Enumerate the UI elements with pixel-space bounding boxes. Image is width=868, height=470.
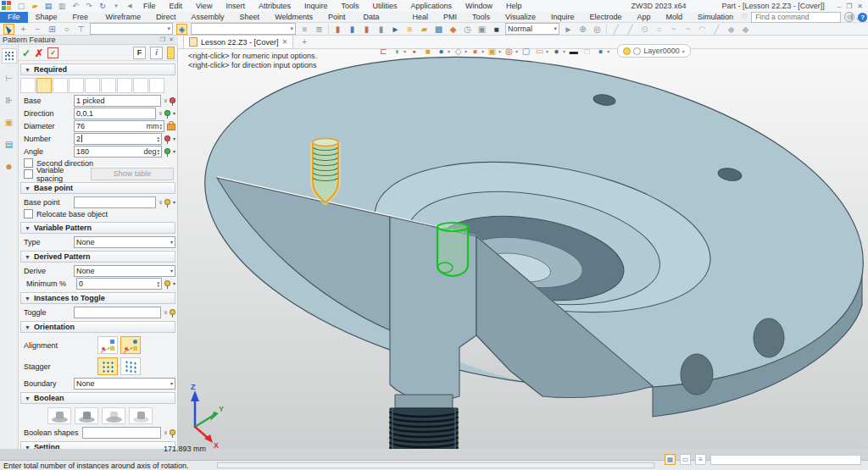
add-circle-icon[interactable]: ⊕ bbox=[577, 24, 588, 35]
apply-button[interactable]: ✓ bbox=[47, 47, 58, 58]
section-base-point[interactable]: ▼Base point bbox=[20, 182, 175, 194]
boolean-remove-icon[interactable] bbox=[102, 407, 125, 424]
multi-select-icon[interactable]: » bbox=[157, 200, 164, 203]
ribbon-tab-visualize[interactable]: Visualize bbox=[498, 12, 543, 23]
input-state-icon[interactable] bbox=[164, 135, 170, 141]
tab-close-icon[interactable]: ✕ bbox=[282, 38, 288, 46]
visual-manager-icon[interactable]: ▤ bbox=[2, 136, 17, 152]
assembly-nodes-icon[interactable]: ⊪ bbox=[2, 92, 17, 108]
variable-spacing-checkbox[interactable] bbox=[24, 169, 33, 179]
angle-spinner[interactable]: ▴▾ bbox=[157, 148, 159, 155]
regen-icon[interactable]: ↻ bbox=[97, 1, 108, 11]
stagger-on-icon[interactable] bbox=[120, 357, 141, 375]
base-input[interactable]: 1 picked bbox=[74, 95, 161, 107]
section-required[interactable]: ▼Required bbox=[20, 64, 175, 75]
pick-filter-icon[interactable]: ◈ bbox=[176, 24, 187, 35]
ribbon-tab-assembly[interactable]: Assembly bbox=[184, 12, 232, 23]
history-tree-icon[interactable]: ⊢ bbox=[2, 70, 17, 86]
ribbon-tab-data-exchange[interactable]: Data Exchange bbox=[356, 12, 405, 23]
pattern-wrap-icon[interactable] bbox=[117, 78, 132, 93]
monitor-icon[interactable]: ▭ bbox=[680, 454, 691, 465]
sketch-curve-icon[interactable]: ~ bbox=[682, 24, 693, 35]
constraint-pin-icon-3[interactable]: ▮ bbox=[361, 24, 372, 35]
ribbon-tab-sheet-metal[interactable]: Sheet Metal bbox=[232, 12, 268, 23]
layer-selector[interactable]: Layer0000 ▾ bbox=[617, 44, 691, 58]
sketch-circle-icon[interactable]: ○ bbox=[654, 24, 665, 35]
exit-sketch-icon[interactable]: ⊏ bbox=[378, 46, 389, 57]
section-orientation[interactable]: ▼Orientation bbox=[20, 321, 175, 333]
ribbon-tab-mold[interactable]: Mold bbox=[659, 12, 691, 23]
ribbon-tab-point-cloud[interactable]: Point Cloud bbox=[320, 12, 356, 23]
stagger-off-icon[interactable] bbox=[97, 357, 118, 375]
sketch-line-icon[interactable]: ╱ bbox=[610, 24, 621, 35]
menu-inquire[interactable]: Inquire bbox=[298, 0, 334, 12]
menu-help[interactable]: Help bbox=[500, 0, 528, 12]
input-state-icon[interactable] bbox=[164, 199, 170, 205]
save-icon[interactable]: ▤ bbox=[42, 1, 54, 11]
section-view-icon[interactable]: ▭▾ bbox=[534, 46, 548, 57]
wireframe-mode-icon[interactable]: ◇▾ bbox=[453, 46, 467, 57]
ribbon-tab-heal[interactable]: Heal bbox=[405, 12, 437, 23]
derive-select[interactable]: None ▾ bbox=[74, 265, 175, 277]
image-icon[interactable]: ▩ bbox=[433, 24, 444, 35]
open-folder-icon[interactable]: ▰ bbox=[29, 1, 41, 11]
point-display-icon[interactable]: ● bbox=[409, 46, 420, 57]
section-variable-pattern[interactable]: ▼Variable Pattern bbox=[20, 222, 175, 234]
new-tab-button[interactable]: + bbox=[302, 37, 307, 48]
image-capture-icon[interactable]: ▣▾ bbox=[487, 46, 501, 57]
multi-select-icon[interactable]: » bbox=[162, 430, 169, 434]
input-state-icon[interactable] bbox=[170, 429, 175, 435]
minimum-input[interactable]: 0 ▴▾ bbox=[76, 278, 162, 290]
toggle-input[interactable] bbox=[74, 307, 161, 318]
remove-entity-icon[interactable]: − bbox=[32, 24, 43, 35]
dropdown-icon[interactable]: ▾ bbox=[173, 135, 175, 141]
section-setting[interactable]: ▼Setting bbox=[20, 441, 175, 449]
base-point-input[interactable] bbox=[74, 196, 156, 208]
menu-attributes[interactable]: Attributes bbox=[253, 0, 297, 12]
show-table-button[interactable]: Show table bbox=[91, 168, 174, 180]
undo-icon[interactable]: ↶ bbox=[70, 1, 81, 11]
cancel-button[interactable]: ✗ bbox=[35, 47, 43, 59]
pattern-polygon-icon[interactable] bbox=[53, 78, 68, 93]
ribbon-tab-weldments[interactable]: Weldments bbox=[267, 12, 320, 23]
style-combo[interactable]: Normal▾ bbox=[505, 23, 559, 35]
field-mode-button[interactable]: F bbox=[133, 47, 146, 59]
entity-filter-combo[interactable]: ▾ bbox=[191, 23, 296, 35]
multi-select-icon[interactable]: » bbox=[157, 111, 164, 114]
ellipse-tool-icon[interactable]: ○ bbox=[61, 24, 72, 35]
pattern-at-curves-icon[interactable] bbox=[85, 78, 100, 93]
folder-icon[interactable]: ▰ bbox=[419, 24, 430, 35]
play-icon[interactable]: ► bbox=[390, 24, 401, 35]
target-icon[interactable]: ◎ bbox=[592, 24, 603, 35]
pattern-instance-preview-highlight[interactable] bbox=[437, 223, 468, 276]
history-clock-icon[interactable]: ◷ bbox=[462, 24, 473, 35]
menu-file[interactable]: File bbox=[137, 0, 162, 12]
menu-insert[interactable]: Insert bbox=[220, 0, 251, 12]
info-button[interactable]: i bbox=[150, 47, 163, 59]
status-input-field[interactable] bbox=[710, 455, 861, 465]
list-view-icon[interactable]: ≡ bbox=[695, 454, 706, 465]
pattern-at-face-icon[interactable] bbox=[101, 78, 116, 93]
sketch-point-icon[interactable]: ◆ bbox=[726, 24, 737, 35]
datum-display-icon[interactable]: ■ bbox=[422, 46, 433, 57]
ribbon-tab-free-form[interactable]: Free Form bbox=[65, 12, 98, 23]
align-vertical-icon[interactable]: ≣ bbox=[314, 24, 325, 35]
ribbon-tab-simulation[interactable]: Simulation bbox=[690, 12, 741, 23]
resource-button[interactable] bbox=[167, 47, 175, 59]
collapse-icon[interactable]: ◀ bbox=[124, 1, 136, 11]
sketch-polyline-icon[interactable]: ╱ bbox=[625, 24, 636, 35]
dropdown-icon[interactable]: ▾ bbox=[173, 110, 175, 116]
diameter-input[interactable]: 76 mm ▴▾ bbox=[74, 120, 164, 132]
relocate-checkbox[interactable] bbox=[24, 209, 33, 218]
edge-width-icon[interactable]: ▬ bbox=[568, 46, 579, 57]
select-tool-icon[interactable] bbox=[3, 24, 14, 35]
menu-utilities[interactable]: Utilities bbox=[366, 0, 403, 12]
filter-list-combo[interactable]: ▾ bbox=[90, 23, 173, 35]
boundary-select[interactable]: None ▾ bbox=[74, 378, 175, 390]
dropdown-icon[interactable]: ▾ bbox=[173, 148, 175, 154]
rotate-center-icon[interactable]: ◎▾ bbox=[504, 46, 518, 57]
zoom-window-icon[interactable]: ▢ bbox=[520, 46, 531, 57]
constraint-pin-icon-2[interactable]: ▮ bbox=[347, 24, 358, 35]
multi-select-icon[interactable]: » bbox=[162, 310, 169, 313]
sketch-arc-icon[interactable]: ◠ bbox=[697, 24, 708, 35]
